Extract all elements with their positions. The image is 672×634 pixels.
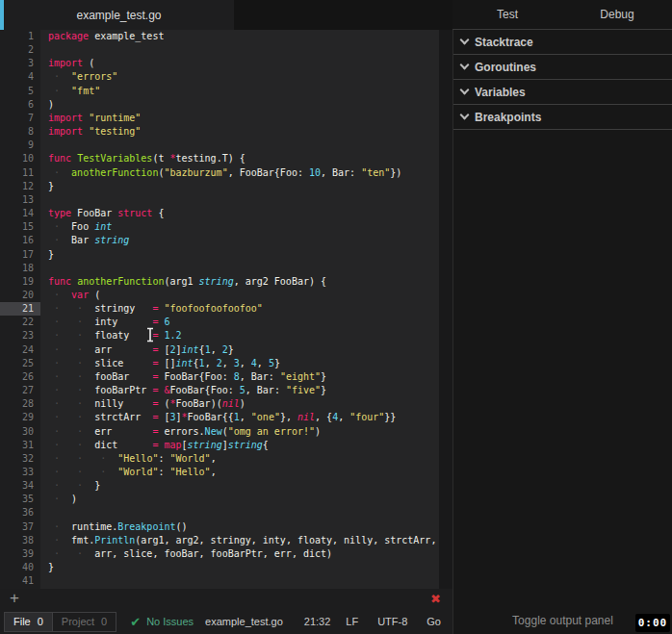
line-number[interactable]: 14	[0, 207, 40, 220]
code-line[interactable]: · anotherFunction("bazburzum", FooBar{Fo…	[48, 166, 439, 180]
code-line[interactable]: · Foo int	[48, 220, 439, 234]
code-line[interactable]: }	[48, 561, 439, 574]
line-number[interactable]: 24	[0, 343, 40, 357]
code-line[interactable]: · · fooBar = FooBar{Foo: 8, Bar: "eight"…	[48, 370, 439, 384]
line-number[interactable]: 28	[0, 397, 40, 411]
line-number[interactable]: 13	[0, 193, 40, 207]
code-line[interactable]: import "testing"	[48, 125, 439, 139]
line-number[interactable]: 7	[0, 112, 40, 125]
line-number[interactable]: 34	[0, 479, 40, 493]
code-line[interactable]: · Bar string	[48, 234, 439, 247]
line-number[interactable]: 11	[0, 166, 40, 180]
line-number[interactable]: 29	[0, 411, 40, 424]
code-line[interactable]: · · err = errors.New("omg an error!")	[48, 425, 439, 439]
add-tab-button[interactable]: +	[10, 589, 19, 608]
code-line[interactable]: · · inty = 6	[48, 316, 439, 329]
line-number[interactable]: 21	[0, 302, 40, 316]
code-line[interactable]: type FooBar struct {	[48, 207, 439, 220]
code-line[interactable]	[48, 139, 439, 152]
line-number[interactable]: 31	[0, 439, 40, 452]
line-number[interactable]: 1	[0, 30, 40, 43]
status-item[interactable]: LF	[346, 616, 358, 627]
code-line[interactable]: · · stringy = "foofoofoofoofoo"	[48, 302, 439, 316]
file-count-button[interactable]: File 0	[4, 612, 53, 632]
line-number[interactable]: 32	[0, 452, 40, 466]
line-number[interactable]: 19	[0, 275, 40, 289]
code-editor[interactable]: 1234567891011121314151617181920212223242…	[0, 30, 452, 589]
line-number[interactable]: 4	[0, 70, 40, 84]
line-number[interactable]: 18	[0, 262, 40, 275]
line-number[interactable]: 10	[0, 152, 40, 165]
close-icon[interactable]: ✖	[430, 592, 441, 606]
code-line[interactable]: · "errors"	[48, 70, 439, 84]
line-number[interactable]: 17	[0, 248, 40, 262]
line-number[interactable]: 12	[0, 180, 40, 193]
tab-debug[interactable]: Debug	[562, 0, 672, 29]
line-number[interactable]: 9	[0, 139, 40, 152]
line-number[interactable]: 38	[0, 534, 40, 547]
code-line[interactable]: )	[48, 98, 439, 112]
line-number[interactable]: 39	[0, 547, 40, 561]
tab-example-test-go[interactable]: example_test.go	[4, 0, 234, 30]
code-line[interactable]: package example_test	[48, 30, 439, 43]
status-item[interactable]: Go	[426, 616, 441, 627]
status-item[interactable]: UTF-8	[377, 616, 407, 627]
code-line[interactable]: · · strctArr = [3]*FooBar{{1, "one"}, ni…	[48, 411, 439, 424]
line-number[interactable]: 2	[0, 43, 40, 57]
code-line[interactable]	[48, 193, 439, 207]
project-count-button[interactable]: Project 0	[53, 612, 116, 632]
line-number[interactable]: 41	[0, 574, 40, 588]
line-number[interactable]: 40	[0, 561, 40, 574]
code-line[interactable]: func anotherFunction(arg1 string, arg2 F…	[48, 275, 439, 289]
code-line[interactable]: · "fmt"	[48, 85, 439, 98]
panel-section-breakpoints[interactable]: Breakpoints	[453, 105, 672, 130]
code-line[interactable]: · var (	[48, 289, 439, 302]
code-line[interactable]: · fmt.Println(arg1, arg2, stringy, inty,…	[48, 534, 439, 547]
line-number[interactable]: 5	[0, 85, 40, 98]
line-number[interactable]: 26	[0, 370, 40, 384]
editor-scrollbar[interactable]	[439, 30, 452, 589]
line-number[interactable]: 36	[0, 506, 40, 520]
code-line[interactable]: · · arr, slice, fooBar, fooBarPtr, err, …	[48, 547, 439, 561]
panel-section-stacktrace[interactable]: Stacktrace	[453, 30, 672, 55]
code-line[interactable]: · · · "World": "Hello",	[48, 466, 439, 479]
code-line[interactable]	[48, 506, 439, 520]
code-line[interactable]	[48, 43, 439, 57]
code-area[interactable]: package example_testimport ( · "errors" …	[40, 30, 439, 589]
code-line[interactable]: · · arr = [2]int{1, 2}	[48, 343, 439, 357]
line-number[interactable]: 16	[0, 234, 40, 247]
code-line[interactable]: import (	[48, 57, 439, 70]
code-line[interactable]: func TestVariables(t *testing.T) {	[48, 152, 439, 165]
code-line[interactable]: import "runtime"	[48, 112, 439, 125]
code-line[interactable]	[48, 262, 439, 275]
line-number[interactable]: 33	[0, 466, 40, 479]
code-line[interactable]: }	[48, 180, 439, 193]
code-line[interactable]: · · fooBarPtr = &FooBar{Foo: 5, Bar: "fi…	[48, 384, 439, 397]
panel-section-goroutines[interactable]: Goroutines	[453, 55, 672, 80]
line-number[interactable]: 15	[0, 220, 40, 234]
line-number[interactable]: 20	[0, 289, 40, 302]
panel-section-variables[interactable]: Variables	[453, 80, 672, 105]
code-line[interactable]: · · slice = []int{1, 2, 3, 4, 5}	[48, 357, 439, 370]
line-number[interactable]: 23	[0, 329, 40, 342]
code-line[interactable]: · · }	[48, 479, 439, 493]
tab-test[interactable]: Test	[452, 0, 562, 29]
line-number[interactable]: 30	[0, 425, 40, 439]
code-line[interactable]: · · · "Hello": "World",	[48, 452, 439, 466]
line-number[interactable]: 35	[0, 493, 40, 506]
line-number[interactable]: 8	[0, 125, 40, 139]
line-number[interactable]: 6	[0, 98, 40, 112]
code-line[interactable]: · · dict = map[string]string{	[48, 439, 439, 452]
line-number[interactable]: 27	[0, 384, 40, 397]
code-line[interactable]	[48, 574, 439, 588]
code-line[interactable]: · runtime.Breakpoint()	[48, 520, 439, 534]
code-line[interactable]: · )	[48, 493, 439, 506]
line-number[interactable]: 22	[0, 316, 40, 329]
file-project-switcher: File 0 Project 0	[4, 612, 116, 632]
line-number[interactable]: 37	[0, 520, 40, 534]
code-line[interactable]: · · floaty = 1.2	[48, 329, 439, 342]
line-number[interactable]: 25	[0, 357, 40, 370]
code-line[interactable]: }	[48, 248, 439, 262]
code-line[interactable]: · · nilly = (*FooBar)(nil)	[48, 397, 439, 411]
line-number[interactable]: 3	[0, 57, 40, 70]
